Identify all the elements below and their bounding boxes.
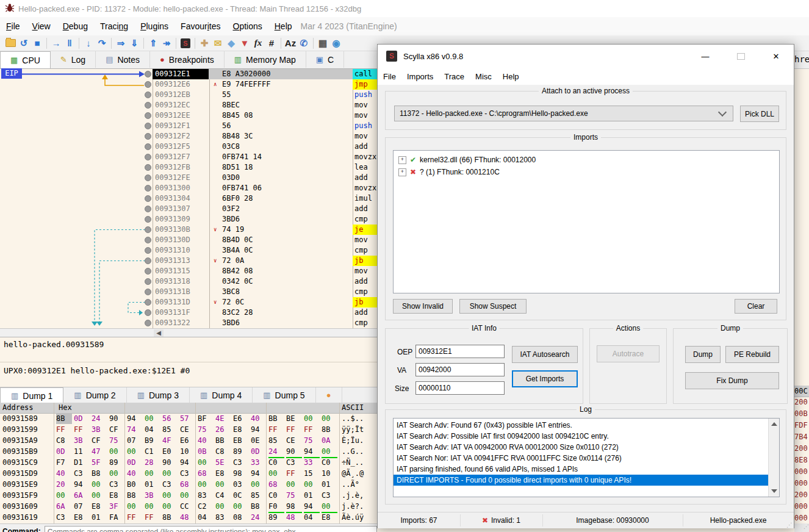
log-entry[interactable]: IAT Search Nor: IAT VA 00941FFC RVA 0001…	[394, 453, 769, 464]
disasm-row[interactable]: 009312E6∧E9 74FEFFFFjmp	[144, 79, 377, 90]
breakpoint-dot-icon[interactable]	[145, 206, 151, 212]
scroll-down-icon[interactable]	[771, 489, 777, 493]
disasm-row[interactable]: 0093130B∨74 19je	[144, 225, 377, 235]
menu-debug[interactable]: Debug	[57, 19, 94, 34]
log-entry[interactable]: IAT Search Adv: Possible IAT first 00942…	[394, 431, 769, 442]
tab-c[interactable]: ▣C	[306, 51, 344, 68]
log-entry[interactable]: IAT Search Adv: IAT VA 00942000 RVA 0001…	[394, 442, 769, 453]
menu-favourites[interactable]: Favourites	[174, 19, 226, 34]
resize-grip[interactable]: ⋰	[794, 523, 809, 532]
log-listbox[interactable]: IAT Search Adv: Found 67 (0x43) possible…	[393, 418, 780, 497]
scroll-left-arrow-icon[interactable]: ◀	[154, 329, 164, 337]
pause-icon[interactable]: ‖	[63, 37, 76, 49]
disasm-row[interactable]: 0093130703F2add	[144, 204, 377, 214]
label-icon[interactable]: ◆	[225, 37, 238, 49]
pick-dll-button[interactable]: Pick DLL	[740, 106, 779, 122]
menu-plugins[interactable]: Plugins	[134, 19, 174, 34]
breakpoint-dot-icon[interactable]	[145, 278, 151, 285]
dump-row[interactable]: 009315A9C83BCF7507B94FE640BBEB0E85CE750A…	[0, 435, 377, 446]
scylla-icon[interactable]: S	[179, 37, 192, 49]
pe-rebuild-button[interactable]: PE Rebuild	[725, 346, 779, 363]
get-imports-button[interactable]: Get Imports	[512, 370, 578, 387]
disasm-hscrollbar[interactable]: ◀	[0, 328, 377, 337]
resize-grip[interactable]: ⋰	[786, 522, 793, 528]
log-entry[interactable]: IAT parsing finished, found 66 valid API…	[394, 464, 769, 475]
patch-icon[interactable]: ✚	[198, 37, 211, 49]
tab-log[interactable]: ✎Log	[51, 51, 96, 68]
calculator-icon[interactable]: ▦	[316, 37, 329, 49]
tab-watch[interactable]: ●	[316, 387, 342, 403]
disasm-row[interactable]: 009313093BD6cmp	[144, 214, 377, 225]
show-invalid-button[interactable]: Show Invalid	[393, 299, 453, 314]
bookmark-icon[interactable]: ▼	[238, 37, 251, 49]
comment-icon[interactable]: ✉	[211, 37, 225, 49]
animate-into-icon[interactable]: ⇒	[114, 37, 128, 49]
breakpoint-dot-icon[interactable]	[145, 174, 151, 181]
dump-row[interactable]: 009315B90D11470000C1E0100BC8890D24909400…	[0, 446, 377, 457]
stop-icon[interactable]: ■	[31, 37, 44, 49]
scroll-up-icon[interactable]	[771, 422, 777, 426]
tab-dump-2[interactable]: ▥Dump 2	[63, 387, 126, 403]
breakpoint-dot-icon[interactable]	[145, 143, 151, 150]
globe-icon[interactable]: ◉	[329, 37, 343, 49]
disasm-row[interactable]: 009313103B4A 0Ccmp	[144, 245, 377, 256]
import-item[interactable]: +✖? (1) FThunk: 0001210C	[398, 167, 500, 178]
breakpoint-dot-icon[interactable]	[145, 102, 151, 109]
tab-dump-5[interactable]: ▥Dump 5	[253, 387, 315, 403]
process-combobox[interactable]: 11372 - Hello-packed.exe - C:\cprogram\H…	[394, 106, 733, 121]
run-to-user-icon[interactable]: ↠	[160, 37, 173, 49]
log-entry[interactable]: IAT Search Adv: Found 67 (0x43) possible…	[394, 420, 769, 431]
log-scrollbar[interactable]	[768, 419, 779, 497]
log-entry[interactable]: DIRECT IMPORTS - Found 0 possible direct…	[394, 475, 769, 486]
breakpoint-dot-icon[interactable]	[145, 81, 151, 88]
disasm-row[interactable]: 0093130D8B4D 0Cmov	[144, 235, 377, 245]
breakpoint-dot-icon[interactable]	[145, 195, 151, 202]
maximize-button[interactable]	[727, 45, 755, 68]
breakpoint-dot-icon[interactable]	[145, 164, 151, 171]
dump-row[interactable]: 009315C9F7D15F890D289094005EC333C0C333C0…	[0, 457, 377, 468]
autotrace-button[interactable]: Autotrace	[597, 345, 660, 362]
disasm-row[interactable]: 00931313∨72 0Ajb	[144, 256, 377, 266]
dump-row[interactable]: 00931599FFFF3BCF740485CE7526E894FFFFFF8B…	[0, 424, 377, 435]
menu-tracing[interactable]: Tracing	[94, 19, 134, 34]
breakpoint-dot-icon[interactable]	[145, 112, 151, 119]
tab-notes[interactable]: ▤Notes	[96, 51, 150, 68]
oep-field[interactable]	[415, 345, 505, 358]
expand-icon[interactable]: +	[398, 156, 406, 164]
breakpoint-dot-icon[interactable]	[145, 92, 151, 98]
scylla-menu-misc[interactable]: Misc	[470, 70, 497, 84]
dump-row[interactable]: 009315898B0D249094005657BF4EE640BBBE0000…	[0, 413, 377, 424]
disasm-row[interactable]: 009312FE03D0add	[144, 173, 377, 183]
disasm-row[interactable]: 009312EB55push	[144, 90, 377, 100]
tab-dump-4[interactable]: ▥Dump 4	[190, 387, 253, 403]
attach-icon[interactable]: ✆	[297, 37, 311, 49]
command-input[interactable]	[45, 526, 377, 532]
disasm-row[interactable]: 0093131F83C2 28add	[144, 307, 377, 318]
import-item[interactable]: +✔kernel32.dll (66) FThunk: 00012000	[398, 154, 536, 165]
iat-autosearch-button[interactable]: IAT Autosearch	[512, 346, 578, 363]
tab-cpu[interactable]: ▦CPU	[0, 51, 51, 69]
open-folder-icon[interactable]	[4, 37, 17, 49]
dump-button[interactable]: Dump	[685, 346, 721, 363]
tab-dump-3[interactable]: ▥Dump 3	[127, 387, 190, 403]
menu-help[interactable]: Help	[268, 19, 298, 34]
string-refs-icon[interactable]: Az	[284, 37, 297, 49]
va-field[interactable]	[415, 363, 505, 376]
dump-row[interactable]: 00931619C3E801FAFFFF8B4804830824894804E8…	[0, 512, 377, 523]
breakpoint-dot-icon[interactable]	[145, 154, 151, 160]
disassembly-pane[interactable]: 009312E1E8 A3020000call009312E6∧E9 74FEF…	[0, 68, 377, 329]
minimize-button[interactable]: —	[691, 45, 719, 68]
scylla-menu-trace[interactable]: Trace	[439, 70, 470, 84]
dump-row[interactable]: 009315D940C3B800400000C368E8989400FF1510…	[0, 468, 377, 479]
disasm-row[interactable]: 0093131D∨72 0Cjb	[144, 297, 377, 307]
disasm-row[interactable]: 009313158B42 08mov	[144, 266, 377, 276]
menu-file[interactable]: File	[0, 19, 26, 34]
hash-icon[interactable]: #	[265, 37, 278, 49]
hex-dump-table[interactable]: Address Hex ASCII 009315898B0D2490940056…	[0, 403, 377, 532]
step-out-icon[interactable]: ⇑	[146, 37, 160, 49]
scylla-menu-file[interactable]: File	[378, 70, 401, 84]
disasm-row[interactable]: 009312E1E8 A3020000call	[144, 69, 377, 79]
disasm-row[interactable]: 009312FB8D51 18lea	[144, 162, 377, 173]
disasm-row[interactable]: 009313000FB741 06movzx	[144, 183, 377, 193]
breakpoint-dot-icon[interactable]	[145, 123, 151, 129]
